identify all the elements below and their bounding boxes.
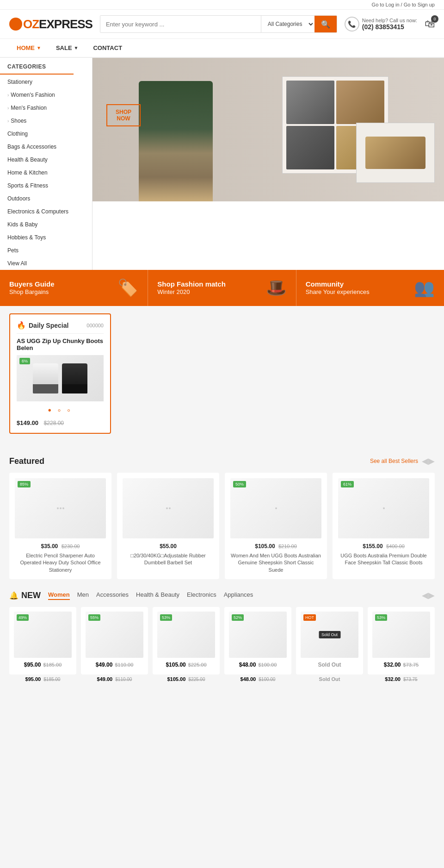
cart-icon[interactable]: 🛍 0 xyxy=(425,18,435,30)
new-product-1-price: $95.00 xyxy=(24,662,41,668)
featured-product-1[interactable]: 85% $35.00 $230.00 Electric Pencil Sharp… xyxy=(9,473,111,579)
new-product-5[interactable]: HOT Sold Out Sold Out xyxy=(296,607,363,674)
new-product-6[interactable]: 53% $32.00 $73.75 xyxy=(368,607,435,674)
nav-item-home[interactable]: HOME ▼ xyxy=(9,39,49,57)
sidebar-item-kids[interactable]: Kids & Baby xyxy=(0,218,92,231)
featured-product-4[interactable]: 61% $155.00 $400.00 UGG Boots Australia … xyxy=(333,473,435,579)
sidebar-item-hobbies[interactable]: Hobbies & Toys xyxy=(0,231,92,244)
new-product-4-badge: 52% xyxy=(232,614,244,621)
sidebar-item-shoes[interactable]: ›Shoes xyxy=(0,114,92,127)
sidebar-item-outdoors[interactable]: Outdoors xyxy=(0,192,92,205)
featured-nav[interactable]: ◀▶ xyxy=(422,456,435,466)
featured-product-1-old-price: $230.00 xyxy=(62,543,80,549)
boot-sole-white xyxy=(33,384,58,393)
logo[interactable]: OZ EXPRESS xyxy=(9,17,92,31)
see-all-link[interactable]: See all Best Sellers xyxy=(370,458,418,464)
sidebar-item-viewall[interactable]: View All xyxy=(0,257,92,270)
new-tab-women[interactable]: Women xyxy=(48,591,70,600)
new-tabs: Women Men Accessories Health & Beauty El… xyxy=(48,591,253,600)
promo-community-icon: 👥 xyxy=(414,278,435,298)
phone-icon: 📞 xyxy=(345,17,359,31)
new-tab-accessories[interactable]: Accessories xyxy=(96,591,129,600)
search-input[interactable] xyxy=(100,16,261,32)
carousel-dots: • ◦ ◦ xyxy=(17,405,104,416)
new-product-5-prices: Sold Out xyxy=(301,662,358,668)
new-product-2[interactable]: 55% $49.00 $110.00 xyxy=(81,607,148,674)
nav-item-contact[interactable]: CONTACT xyxy=(86,39,130,57)
promo-community-main: Community xyxy=(306,280,370,289)
featured-product-2-name: □20/30/40KG□Adjustable Rubber Dumbbell B… xyxy=(123,552,214,567)
boot-illustration xyxy=(33,363,87,393)
new-products-grid: 49% $95.00 $185.00 55% $49.00 $110.00 xyxy=(9,607,435,674)
new-product-1[interactable]: 49% $95.00 $185.00 xyxy=(9,607,76,674)
top-bar: Go to Log in / Go to Sign up xyxy=(0,0,444,10)
new-product-3[interactable]: 53% $105.00 $225.00 xyxy=(153,607,220,674)
sidebar-title: CATEGORIES xyxy=(0,58,74,75)
promo-fashion-main: Shop Fashion match xyxy=(157,280,226,289)
shoe-thumb-1 xyxy=(286,81,334,124)
sidebar-item-bags[interactable]: Bags & Accessories xyxy=(0,140,92,153)
nav-item-sale[interactable]: SALE ▼ xyxy=(49,39,86,57)
new-product-1-prices: $95.00 $185.00 xyxy=(14,662,72,668)
new-tab-electronics[interactable]: Electronics xyxy=(187,591,216,600)
featured-product-2[interactable]: $55.00 □20/30/40KG□Adjustable Rubber Dum… xyxy=(117,473,219,579)
daily-special-title: 🔥 Daily Special xyxy=(17,321,68,330)
np6-price-row: $32.00 $73.75 xyxy=(368,676,435,682)
new-product-3-price: $105.00 xyxy=(166,662,185,668)
promo-banner-community[interactable]: Community Share Your experiences 👥 xyxy=(296,270,444,306)
new-product-4-price: $48.00 xyxy=(239,662,256,668)
new-section: 🔔 NEW Women Men Accessories Health & Bea… xyxy=(9,590,435,682)
new-tab-appliances[interactable]: Appliances xyxy=(224,591,253,600)
sidebar-item-pets[interactable]: Pets xyxy=(0,244,92,257)
sidebar-item-health[interactable]: Health & Beauty xyxy=(0,153,92,166)
signup-link[interactable]: Go to Sign up xyxy=(404,2,435,7)
new-tab-men[interactable]: Men xyxy=(77,591,89,600)
featured-product-2-price: $55.00 xyxy=(160,543,177,550)
new-section-nav[interactable]: ◀▶ xyxy=(422,590,435,600)
daily-special-label: Daily Special xyxy=(29,322,68,329)
boot-black xyxy=(62,363,87,393)
featured-product-1-visual xyxy=(57,507,64,509)
featured-product-4-old-price: $400.00 xyxy=(386,543,405,549)
shop-btn-line2: NOW xyxy=(116,115,131,122)
new-product-1-badge: 49% xyxy=(17,614,29,621)
boot-white xyxy=(33,363,58,393)
new-product-1-img: 49% xyxy=(14,612,72,658)
sidebar-item-electronics[interactable]: Electronics & Computers xyxy=(0,205,92,218)
header-contact: 📞 Need help? Call us now: (02) 83853415 xyxy=(345,17,417,31)
search-button[interactable]: 🔍 xyxy=(314,16,337,32)
shop-now-button[interactable]: SHOP NOW xyxy=(106,104,141,126)
promo-banner-buyers[interactable]: Buyers Guide Shop Bargains 🏷️ xyxy=(0,270,148,306)
sidebar-item-home[interactable]: Home & Kitchen xyxy=(0,166,92,179)
shoe-thumb-5 xyxy=(365,137,426,169)
daily-badge: 6% xyxy=(19,358,30,364)
new-product-3-badge: 53% xyxy=(160,614,172,621)
contact-info: Need help? Call us now: (02) 83853415 xyxy=(362,18,417,31)
sidebar: CATEGORIES Stationery ›Women's Fashion ›… xyxy=(0,58,92,270)
new-tab-health[interactable]: Health & Beauty xyxy=(136,591,179,600)
featured-product-3-badge: 50% xyxy=(233,481,246,487)
search-category-select[interactable]: All Categories xyxy=(261,16,314,32)
new-product-2-badge: 55% xyxy=(88,614,100,621)
new-product-5-badge: HOT xyxy=(303,614,316,621)
daily-special-header: 🔥 Daily Special 000000 xyxy=(17,321,104,330)
featured-header: Featured See all Best Sellers ◀▶ xyxy=(9,456,435,466)
new-product-4-prices: $48.00 $100.00 xyxy=(229,662,287,668)
new-product-5-soldout-label: Sold Out xyxy=(318,662,341,668)
cart-badge: 0 xyxy=(431,15,438,23)
daily-product-img: 6% xyxy=(17,355,104,401)
sidebar-item-womens[interactable]: ›Women's Fashion xyxy=(0,88,92,101)
daily-price-current: $149.00 xyxy=(17,419,38,426)
new-product-6-badge: 53% xyxy=(375,614,387,621)
sidebar-item-clothing[interactable]: Clothing xyxy=(0,127,92,140)
new-product-5-sold-out: Sold Out xyxy=(319,631,340,638)
new-product-6-price: $32.00 xyxy=(384,662,401,668)
featured-product-3[interactable]: 50% $105.00 $210.00 Women And Men UGG Bo… xyxy=(225,473,327,579)
login-link[interactable]: Go to Log in xyxy=(372,2,400,7)
sidebar-item-stationery[interactable]: Stationery xyxy=(0,75,92,88)
new-product-4[interactable]: 52% $48.00 $100.00 xyxy=(224,607,291,674)
sidebar-item-sports[interactable]: Sports & Fitness xyxy=(0,179,92,192)
sidebar-item-mens[interactable]: ›Men's Fashion xyxy=(0,101,92,114)
promo-banners: Buyers Guide Shop Bargains 🏷️ Shop Fashi… xyxy=(0,270,444,306)
promo-banner-fashion[interactable]: Shop Fashion match Winter 2020 🎩 xyxy=(148,270,296,306)
